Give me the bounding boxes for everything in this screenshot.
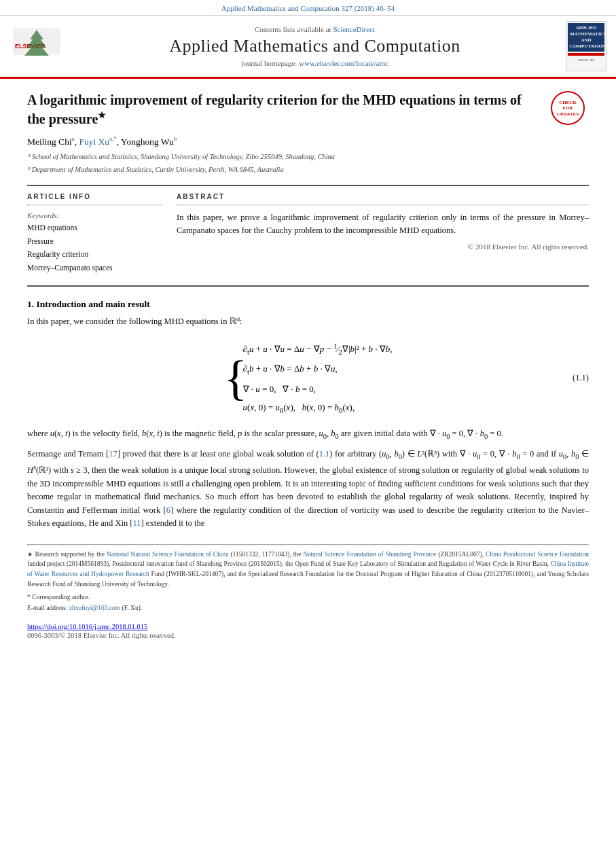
article-title-block: A logarithmic improvement of regularity … xyxy=(27,91,541,178)
issn-line: 0096-3003/© 2018 Elsevier Inc. All right… xyxy=(27,632,589,639)
authors-line: Meiling Chia, Fuyi Xua,*, Yonghong Wub xyxy=(27,135,541,147)
abstract-text: In this paper, we prove a logarithmic im… xyxy=(177,211,589,237)
check-updates-badge: CHECKFORUPDATES xyxy=(551,91,585,125)
article-title: A logarithmic improvement of regularity … xyxy=(27,91,541,128)
footnote-email: E-mail address: zhxufuyi@163.com (F. Xu)… xyxy=(27,603,589,613)
ref-6-link[interactable]: 6 xyxy=(166,505,170,515)
check-updates-section: CHECKFORUPDATES xyxy=(551,91,589,178)
nsf-shandong-link[interactable]: Natural Science Foundation of Shandong P… xyxy=(303,551,436,558)
contents-available-line: Contents lists available at ScienceDirec… xyxy=(71,25,559,33)
abstract-bottom-divider xyxy=(27,285,589,287)
section1-intro: In this paper, we consider the following… xyxy=(27,315,589,328)
keywords-label: Keywords: xyxy=(27,211,163,219)
corresponding-author[interactable]: Fuyi Xu xyxy=(79,137,109,147)
keywords-list: MHD equations Pressure Regularity criter… xyxy=(27,221,163,274)
journal-header: ELSEVIER Contents lists available at Sci… xyxy=(0,16,616,79)
journal-reference-text: Applied Mathematics and Computation 327 … xyxy=(221,4,395,12)
china-postdoc-link[interactable]: China Postdoctoral Science Foundation xyxy=(486,551,589,558)
section1-heading: 1. Introduction and main result xyxy=(27,299,589,310)
equation-number-1-1: (1.1) xyxy=(573,373,589,383)
section1-para3: Sermange and Temam [17] proved that ther… xyxy=(27,448,589,531)
china-water-link[interactable]: China Institute of Water Resources and H… xyxy=(27,560,589,577)
affiliation-b: ᵇ Department of Mathematics and Statisti… xyxy=(27,164,541,175)
ref-17-link[interactable]: 17 xyxy=(109,449,117,459)
equation-1-1-content: { ∂tu + u · ∇u = Δu − ∇p − 1⁄2∇|b|² + b … xyxy=(27,338,589,418)
keyword-1: MHD equations xyxy=(27,221,163,235)
abstract-heading: ABSTRACT xyxy=(177,193,589,200)
equation-1-1-block: { ∂tu + u · ∇u = Δu − ∇p − 1⁄2∇|b|² + b … xyxy=(27,338,589,418)
keyword-4: Morrey–Campanato spaces xyxy=(27,262,163,275)
eq-line-3: ∇ · u = 0, ∇ · b = 0, xyxy=(243,380,393,398)
journal-homepage-line: journal homepage: www.elsevier.com/locat… xyxy=(71,59,559,67)
keyword-2: Pressure xyxy=(27,235,163,249)
eq-line-4: u(x, 0) = u0(x), b(x, 0) = b0(x), xyxy=(243,398,393,418)
title-divider xyxy=(27,185,589,186)
ref-1-1-link[interactable]: 1.1 xyxy=(319,449,330,459)
footnote-corresponding: * Corresponding author. xyxy=(27,592,589,603)
journal-homepage-link[interactable]: www.elsevier.com/locate/amc xyxy=(299,59,388,67)
keyword-3: Regularity criterion xyxy=(27,248,163,262)
journal-header-center: Contents lists available at ScienceDirec… xyxy=(71,25,559,67)
article-info-heading: ARTICLE INFO xyxy=(27,193,163,200)
footnote-divider xyxy=(27,544,589,545)
email-link[interactable]: zhxufuyi@163.com xyxy=(69,605,121,611)
nsfc-link[interactable]: National Natural Science Foundation of C… xyxy=(107,551,229,558)
abstract-copyright: © 2018 Elsevier Inc. All rights reserved… xyxy=(177,243,589,251)
affiliation-a: ᵃ School of Mathematics and Statistics, … xyxy=(27,151,541,162)
section1-para2: where u(x, t) is the velocity field, b(x… xyxy=(27,427,589,442)
journal-reference-bar: Applied Mathematics and Computation 327 … xyxy=(0,0,616,16)
eq-line-2: ∂tb + u · ∇b = Δb + b · ∇u, xyxy=(243,359,393,379)
doi-line: https://doi.org/10.1016/j.amc.2018.01.01… xyxy=(27,623,589,630)
doi-link[interactable]: https://doi.org/10.1016/j.amc.2018.01.01… xyxy=(27,623,147,630)
article-info-panel: ARTICLE INFO Keywords: MHD equations Pre… xyxy=(27,193,163,274)
science-direct-link[interactable]: ScienceDirect xyxy=(333,25,375,33)
footnote-star: ★ Research supported by the National Nat… xyxy=(27,550,589,590)
abstract-divider xyxy=(177,204,589,206)
main-content: A logarithmic improvement of regularity … xyxy=(0,79,616,653)
article-info-divider xyxy=(27,204,163,206)
elsevier-logo: ELSEVIER xyxy=(10,24,64,68)
ref-11-link[interactable]: 11 xyxy=(133,518,141,528)
journal-cover-image: APPLIEDMATHEMATICSANDCOMPUTATION cover a… xyxy=(566,21,606,71)
article-info-abstract-row: ARTICLE INFO Keywords: MHD equations Pre… xyxy=(27,193,589,274)
abstract-panel: ABSTRACT In this paper, we prove a logar… xyxy=(177,193,589,274)
star-footnote: ★ xyxy=(98,110,106,120)
eq-line-1: ∂tu + u · ∇u = Δu − ∇p − 1⁄2∇|b|² + b · … xyxy=(243,338,393,360)
article-title-section: A logarithmic improvement of regularity … xyxy=(27,91,589,178)
journal-title: Applied Mathematics and Computation xyxy=(71,36,559,56)
